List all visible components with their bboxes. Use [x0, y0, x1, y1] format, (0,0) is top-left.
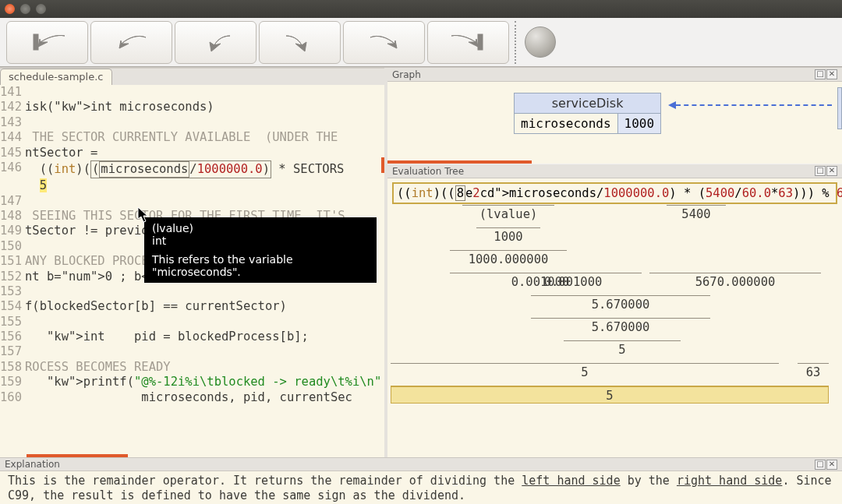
eval-node[interactable]: 5	[564, 340, 681, 357]
eval-node[interactable]: 1000.000000	[450, 250, 567, 266]
panel-restore-icon[interactable]: □	[815, 166, 826, 176]
graph-panel[interactable]: serviceDisk microseconds 1000	[387, 82, 842, 164]
panel-restore-icon[interactable]: □	[815, 460, 826, 470]
panel-close-icon[interactable]: ✕	[826, 69, 837, 79]
eval-node[interactable]: 5400	[667, 205, 726, 221]
record-button[interactable]	[515, 21, 557, 64]
window-minimize-icon[interactable]	[20, 4, 30, 14]
evaltree-panel-title: Evaluation Tree □✕	[387, 164, 842, 178]
editor-tab-bar: schedule-sample.c	[0, 68, 384, 85]
eval-node[interactable]: 1000	[476, 227, 540, 244]
eval-node[interactable]: 5.670000	[531, 318, 710, 334]
eval-node[interactable]: 63	[798, 363, 829, 379]
graph-panel-title: Graph □✕	[387, 68, 842, 82]
graph-func-name: serviceDisk	[515, 93, 660, 113]
panel-restore-icon[interactable]: □	[815, 69, 826, 79]
eval-node[interactable]: 5670.000000	[649, 273, 821, 289]
vert-scroll-indicator[interactable]	[381, 157, 384, 173]
svg-rect-1	[478, 34, 483, 50]
eval-node[interactable]: 5.670000	[531, 295, 710, 312]
graph-var-value: 1000	[617, 114, 661, 133]
panel-close-icon[interactable]: ✕	[826, 166, 837, 176]
step-over-button[interactable]	[343, 21, 425, 64]
svg-rect-0	[34, 34, 38, 50]
eval-node[interactable]: 0.001000	[504, 273, 642, 289]
explanation-panel-title: Explanation □✕	[0, 458, 842, 471]
evaluation-tree-panel[interactable]: ((int)((8e2cd">microseconds/1000000.0) *…	[387, 178, 842, 457]
eval-node[interactable]: 5	[391, 386, 829, 404]
eval-node[interactable]: (lvalue)	[462, 205, 554, 221]
eval-expression: ((int)((8e2cd">microseconds/1000000.0) *…	[392, 182, 837, 204]
toolbar	[0, 18, 842, 67]
window-close-icon[interactable]	[5, 4, 15, 14]
eval-node[interactable]: 5	[391, 363, 779, 379]
window-maximize-icon[interactable]	[36, 4, 46, 14]
panel-close-icon[interactable]: ✕	[826, 460, 837, 470]
graph-var-name: microseconds	[515, 114, 617, 133]
graph-scroll-indicator[interactable]	[387, 160, 532, 164]
explanation-text: This is the remainder operator. It retur…	[0, 471, 842, 504]
titlebar	[0, 0, 842, 18]
step-into-button[interactable]	[259, 21, 341, 64]
step-back-into-button[interactable]	[175, 21, 256, 64]
step-back-over-button[interactable]	[90, 21, 172, 64]
editor-tab[interactable]: schedule-sample.c	[0, 69, 112, 85]
rewind-to-start-button[interactable]	[6, 21, 88, 64]
run-to-end-button[interactable]	[427, 21, 509, 64]
horiz-scroll-indicator[interactable]	[27, 454, 128, 457]
